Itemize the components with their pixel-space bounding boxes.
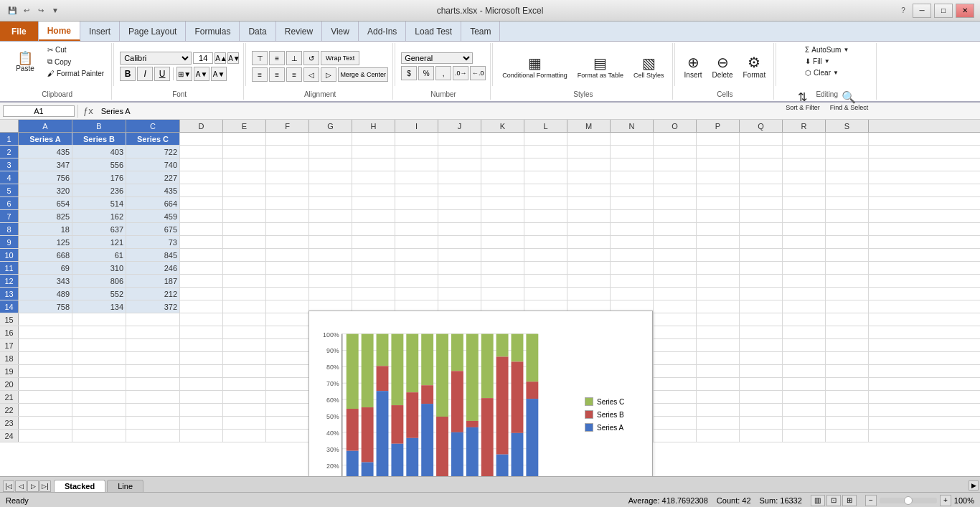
cell[interactable] (438, 275, 481, 287)
cell[interactable] (697, 171, 740, 184)
cell[interactable] (783, 378, 826, 390)
cell[interactable] (654, 326, 697, 338)
cell[interactable] (611, 133, 654, 145)
cell[interactable]: 176 (72, 171, 126, 184)
row-number[interactable]: 15 (0, 313, 19, 326)
cell[interactable] (826, 430, 869, 442)
cell[interactable] (524, 223, 567, 235)
cell[interactable] (740, 339, 783, 351)
cell[interactable] (266, 391, 309, 403)
cell[interactable] (654, 378, 697, 390)
chart-container[interactable]: 100% 90% 80% 70% 60% 50% 40% 30% 20% 10%… (308, 311, 653, 476)
col-header-A[interactable]: A (19, 120, 72, 132)
cell[interactable]: 246 (126, 262, 180, 274)
cell[interactable] (783, 339, 826, 351)
cell[interactable] (524, 158, 567, 171)
sheet-nav-next[interactable]: ▷ (27, 480, 39, 492)
cell[interactable] (826, 288, 869, 300)
col-header-J[interactable]: J (438, 120, 481, 132)
sheet-tab-stacked[interactable]: Stacked (54, 480, 105, 492)
cell[interactable]: 18 (19, 223, 72, 235)
cell[interactable] (740, 288, 783, 300)
cell[interactable] (783, 223, 826, 235)
cell[interactable]: 310 (72, 262, 126, 274)
cell[interactable] (438, 133, 481, 145)
tab-addins[interactable]: Add-Ins (359, 22, 406, 41)
col-header-S[interactable]: S (826, 120, 869, 132)
cell[interactable] (783, 184, 826, 196)
cell[interactable] (567, 184, 611, 196)
cell[interactable] (567, 262, 611, 274)
cell[interactable]: 121 (72, 236, 126, 248)
zoom-slider-thumb[interactable] (904, 496, 913, 505)
row-number[interactable]: 18 (0, 352, 19, 364)
cell[interactable] (524, 236, 567, 248)
cell[interactable] (180, 326, 223, 338)
cell[interactable] (309, 236, 352, 248)
merge-center-button[interactable]: Merge & Center (338, 67, 388, 82)
cell[interactable] (126, 404, 180, 416)
cell[interactable]: 320 (19, 184, 72, 196)
cell[interactable]: Series B (72, 133, 126, 145)
cell[interactable] (266, 404, 309, 416)
cell[interactable] (309, 171, 352, 184)
cell[interactable] (611, 197, 654, 209)
cell[interactable] (352, 236, 395, 248)
cell[interactable]: 664 (126, 197, 180, 209)
cell[interactable] (826, 262, 869, 274)
cell[interactable] (783, 313, 826, 326)
cell[interactable] (180, 365, 223, 377)
cell[interactable] (783, 391, 826, 403)
cell[interactable]: 675 (126, 223, 180, 235)
cell[interactable] (783, 158, 826, 171)
cell[interactable] (72, 365, 126, 377)
normal-view-button[interactable]: ▥ (811, 495, 825, 506)
cell[interactable] (740, 262, 783, 274)
cell[interactable] (266, 417, 309, 429)
cell[interactable] (266, 184, 309, 196)
cell[interactable]: 435 (126, 184, 180, 196)
cell[interactable]: 489 (19, 288, 72, 300)
cell[interactable] (697, 236, 740, 248)
row-number[interactable]: 14 (0, 300, 19, 313)
row-number[interactable]: 7 (0, 210, 19, 222)
cell[interactable]: 654 (19, 197, 72, 209)
cell[interactable] (266, 158, 309, 171)
customize-qat-icon[interactable]: ▼ (49, 4, 62, 17)
cell[interactable] (126, 313, 180, 326)
align-left-button[interactable]: ≡ (252, 67, 268, 82)
cell[interactable] (524, 184, 567, 196)
cell[interactable] (72, 352, 126, 364)
cell[interactable] (611, 210, 654, 222)
cell[interactable] (352, 158, 395, 171)
row-number[interactable]: 1 (0, 133, 19, 145)
cell[interactable] (654, 133, 697, 145)
cell[interactable] (826, 339, 869, 351)
cell[interactable] (567, 275, 611, 287)
cell[interactable] (352, 223, 395, 235)
cell[interactable] (395, 158, 438, 171)
cell[interactable] (72, 339, 126, 351)
cell[interactable] (395, 184, 438, 196)
cell[interactable] (697, 339, 740, 351)
cell[interactable] (611, 262, 654, 274)
cell[interactable] (697, 430, 740, 442)
cell[interactable] (740, 352, 783, 364)
cell[interactable] (826, 223, 869, 235)
format-as-table-button[interactable]: ▤ Format as Table (574, 52, 627, 81)
cut-button[interactable]: ✂ Cut (44, 44, 107, 55)
col-header-N[interactable]: N (611, 120, 654, 132)
align-middle-button[interactable]: ≡ (269, 51, 285, 65)
underline-button[interactable]: U (154, 67, 170, 81)
cell[interactable] (352, 275, 395, 287)
cell[interactable]: 162 (72, 210, 126, 222)
col-header-F[interactable]: F (266, 120, 309, 132)
row-number[interactable]: 6 (0, 197, 19, 209)
cell[interactable] (654, 158, 697, 171)
cell[interactable] (438, 262, 481, 274)
row-number[interactable]: 9 (0, 236, 19, 248)
name-box[interactable] (3, 105, 75, 117)
cell[interactable] (223, 404, 266, 416)
cell[interactable] (567, 210, 611, 222)
col-header-O[interactable]: O (654, 120, 697, 132)
